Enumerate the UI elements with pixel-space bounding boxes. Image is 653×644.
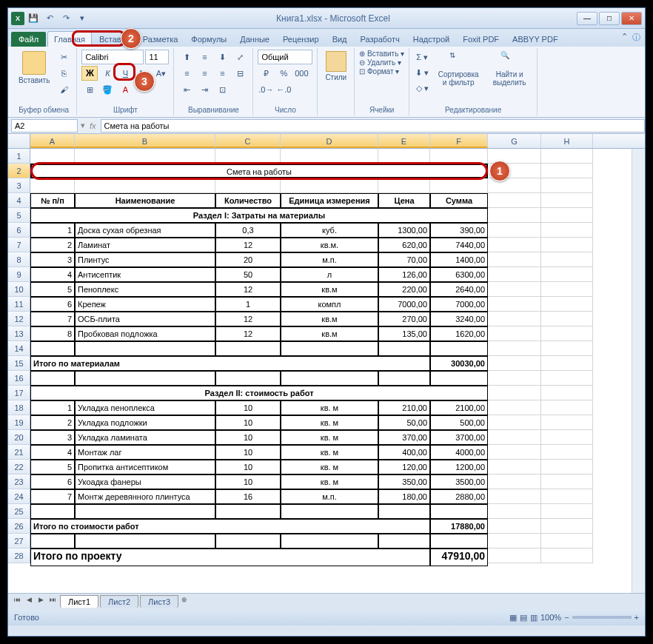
cell[interactable]: 16 <box>215 489 281 504</box>
clear-icon[interactable]: ◇ ▾ <box>414 81 430 95</box>
cell[interactable]: 3500,00 <box>430 474 488 489</box>
row-header[interactable]: 15 <box>8 356 30 371</box>
cell[interactable] <box>541 193 593 208</box>
cell[interactable] <box>541 282 593 297</box>
cell[interactable]: Цена <box>378 193 430 208</box>
cell[interactable] <box>30 178 75 193</box>
cell[interactable]: кв.м <box>281 312 378 326</box>
cell[interactable] <box>30 149 75 164</box>
cell[interactable]: 4 <box>30 267 75 282</box>
cell[interactable] <box>430 178 488 193</box>
col-header-E[interactable]: E <box>378 134 430 148</box>
row-header[interactable]: 22 <box>8 460 30 474</box>
col-header-H[interactable]: H <box>541 134 593 148</box>
cell[interactable]: Укладка подложки <box>75 415 215 430</box>
row-header[interactable]: 28 <box>8 549 30 563</box>
cell[interactable]: Укладка пеноплекса <box>75 400 215 415</box>
border-icon[interactable]: ⊞ <box>81 82 98 97</box>
cell[interactable] <box>488 460 541 474</box>
cell[interactable] <box>281 534 378 549</box>
cell[interactable]: 5 <box>30 282 75 297</box>
cell[interactable] <box>430 371 488 386</box>
decimal-increase-icon[interactable]: .0→ <box>258 82 274 97</box>
cell[interactable] <box>215 149 281 164</box>
cell[interactable] <box>541 223 593 238</box>
cell[interactable] <box>541 445 593 460</box>
cell[interactable] <box>488 193 541 208</box>
row-header[interactable]: 23 <box>8 474 30 489</box>
cell[interactable]: 2 <box>30 238 75 252</box>
cell[interactable] <box>488 415 541 430</box>
cell[interactable] <box>30 504 75 519</box>
cell[interactable]: 1 <box>30 223 75 238</box>
cell[interactable]: 12 <box>215 312 281 326</box>
cell[interactable] <box>541 474 593 489</box>
cell[interactable] <box>488 474 541 489</box>
col-header-A[interactable]: A <box>30 134 75 148</box>
cell[interactable]: Доска сухая обрезная <box>75 223 215 238</box>
sheet-tab-2[interactable]: Лист2 <box>100 595 138 608</box>
cell[interactable]: 120,00 <box>378 460 430 474</box>
align-left-icon[interactable]: ≡ <box>178 66 195 81</box>
cell[interactable] <box>541 356 593 371</box>
sheet-nav-last-icon[interactable]: ⏭ <box>47 596 58 608</box>
cell[interactable]: Раздел II: стоимость работ <box>30 386 488 400</box>
cell[interactable]: Итого по проекту <box>30 549 430 566</box>
row-header[interactable]: 16 <box>8 371 30 386</box>
cell[interactable]: кв.м <box>281 326 378 341</box>
indent-decrease-icon[interactable]: ⇤ <box>178 82 195 97</box>
row-header[interactable]: 8 <box>8 252 30 267</box>
cell[interactable]: 6300,00 <box>430 267 488 282</box>
cell[interactable]: Единица измерения <box>281 193 378 208</box>
new-sheet-icon[interactable]: ⊕ <box>178 596 190 608</box>
cell[interactable]: 47910,00 <box>430 549 488 566</box>
name-box[interactable]: A2 <box>11 119 78 133</box>
cell[interactable]: 7 <box>30 312 75 326</box>
italic-button[interactable]: К <box>99 66 115 81</box>
cell[interactable]: Наименование <box>75 193 215 208</box>
redo-icon[interactable]: ↷ <box>58 11 73 26</box>
row-header[interactable]: 3 <box>8 178 30 193</box>
merge-icon[interactable]: ⊡ <box>214 82 230 97</box>
cell[interactable]: 126,00 <box>378 267 430 282</box>
align-middle-icon[interactable]: ≡ <box>196 50 212 64</box>
row-header[interactable]: 10 <box>8 282 30 297</box>
cell[interactable] <box>488 297 541 312</box>
cell[interactable] <box>488 341 541 356</box>
cell[interactable] <box>75 371 215 386</box>
cell[interactable] <box>488 238 541 252</box>
cell[interactable]: 2880,00 <box>430 489 488 504</box>
cell[interactable] <box>488 371 541 386</box>
cell[interactable]: 1 <box>215 297 281 312</box>
cell[interactable] <box>75 504 215 519</box>
cell[interactable] <box>541 504 593 519</box>
cell[interactable] <box>215 371 281 386</box>
sheet-nav-next-icon[interactable]: ▶ <box>35 596 47 608</box>
tab-layout[interactable]: Разметка <box>137 32 184 47</box>
zoom-slider[interactable] <box>572 616 632 619</box>
cell[interactable] <box>541 178 593 193</box>
cell[interactable]: 350,00 <box>378 474 430 489</box>
zoom-in-icon[interactable]: + <box>634 613 639 622</box>
cell[interactable] <box>215 178 281 193</box>
cell[interactable]: Сумма <box>430 193 488 208</box>
cell[interactable]: ОСБ-плита <box>75 312 215 326</box>
cell[interactable]: 2100,00 <box>430 400 488 415</box>
cell[interactable]: 180,00 <box>378 489 430 504</box>
cell[interactable]: Количество <box>215 193 281 208</box>
cell[interactable]: Смета на работы <box>30 164 488 178</box>
cell[interactable] <box>488 534 541 549</box>
view-pagebreak-icon[interactable]: ▥ <box>530 613 538 623</box>
row-header[interactable]: 14 <box>8 341 30 356</box>
number-format-select[interactable]: Общий <box>258 50 312 64</box>
cell[interactable] <box>541 267 593 282</box>
tab-addins[interactable]: Надстрой <box>407 32 455 47</box>
cell[interactable] <box>541 341 593 356</box>
cell[interactable] <box>541 534 593 549</box>
cell[interactable] <box>541 415 593 430</box>
cell[interactable]: 1 <box>30 400 75 415</box>
sheet-nav-prev-icon[interactable]: ◀ <box>23 596 35 608</box>
cell[interactable] <box>488 430 541 445</box>
cut-icon[interactable]: ✂ <box>56 50 72 64</box>
cell[interactable] <box>378 504 430 519</box>
